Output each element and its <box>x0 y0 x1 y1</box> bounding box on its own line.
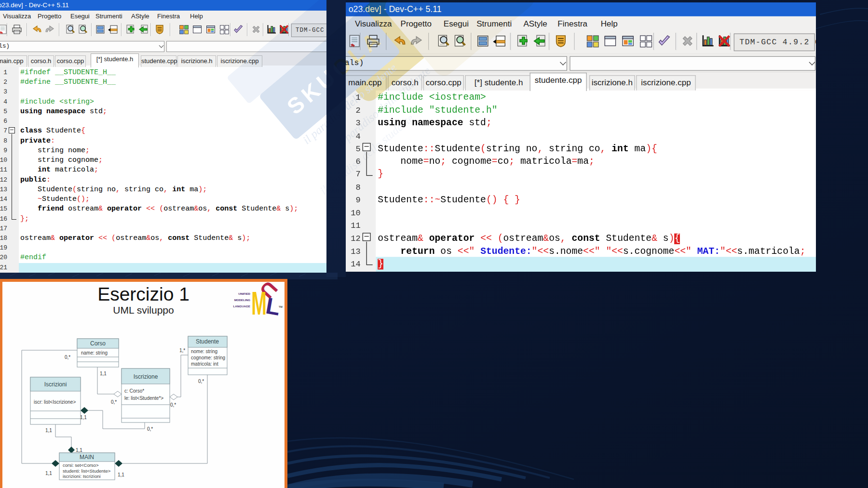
svg-text:le: list<Studente*>: le: list<Studente*> <box>124 396 163 401</box>
svg-text:c: Corso*: c: Corso* <box>124 388 144 394</box>
svg-text:UNIFIED: UNIFIED <box>238 292 250 295</box>
svg-text:corsi: set<Corso>: corsi: set<Corso> <box>63 462 99 468</box>
svg-text:MAIN: MAIN <box>80 454 94 461</box>
svg-text:1,1: 1,1 <box>80 415 87 420</box>
svg-text:nome: string: nome: string <box>191 349 217 354</box>
svg-text:iscrizioni: Iscrizioni: iscrizioni: Iscrizioni <box>63 474 101 479</box>
svg-text:1,1: 1,1 <box>76 448 82 453</box>
svg-text:1,*: 1,* <box>179 348 185 353</box>
svg-text:name: string: name: string <box>81 350 108 356</box>
svg-text:Iscrizioni: Iscrizioni <box>44 381 67 388</box>
svg-text:LANGUAGE: LANGUAGE <box>233 304 250 308</box>
svg-text:1,1: 1,1 <box>45 428 52 433</box>
svg-text:iscr: list<Iscrizione>: iscr: list<Iscrizione> <box>34 399 76 405</box>
svg-text:Corso: Corso <box>90 340 106 347</box>
svg-text:studenti: list<Studente>: studenti: list<Studente> <box>63 468 111 474</box>
svg-text:TM: TM <box>279 305 283 308</box>
svg-text:0,*: 0,* <box>65 355 70 360</box>
svg-text:MODELING: MODELING <box>234 298 251 302</box>
svg-text:0,*: 0,* <box>170 402 176 408</box>
svg-text:0,*: 0,* <box>147 426 153 432</box>
svg-text:Studente: Studente <box>196 338 219 345</box>
svg-text:1,1: 1,1 <box>118 472 124 477</box>
svg-text:0,*: 0,* <box>198 379 204 384</box>
svg-text:cognome: string: cognome: string <box>191 355 225 360</box>
svg-text:0,*: 0,* <box>111 399 117 405</box>
svg-text:matricola: int: matricola: int <box>191 361 218 367</box>
svg-text:Iscrizione: Iscrizione <box>134 373 158 380</box>
svg-text:1,1: 1,1 <box>100 371 107 376</box>
svg-text:1,1: 1,1 <box>45 471 52 476</box>
